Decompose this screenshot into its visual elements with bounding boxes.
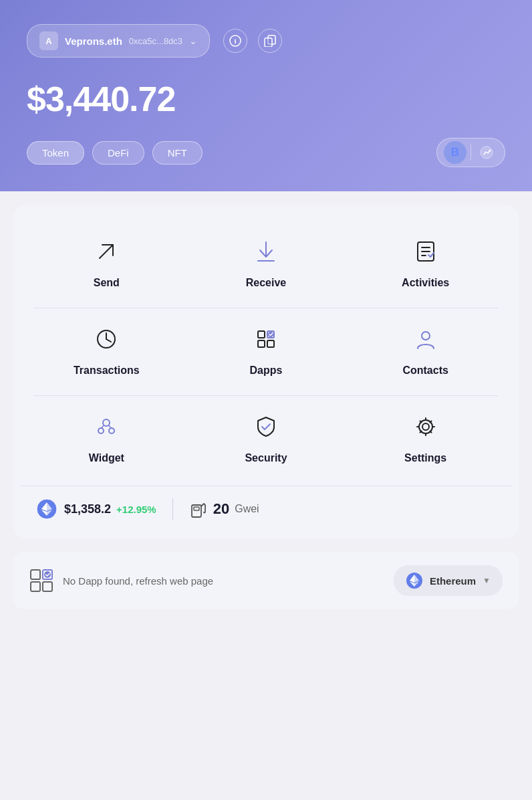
receive-label: Receive <box>246 277 287 289</box>
security-icon <box>249 409 283 444</box>
partner-chart-icon[interactable] <box>475 141 498 164</box>
address-pill[interactable]: A Veprons.eth 0xca5c...8dc3 ⌄ <box>27 24 210 58</box>
transactions-icon <box>89 322 124 357</box>
dapp-icon <box>29 569 53 593</box>
svg-rect-19 <box>267 340 274 347</box>
tab-nft[interactable]: NFT <box>152 141 203 165</box>
gas-pump-icon <box>189 500 208 518</box>
copy-icon <box>264 35 276 47</box>
gas-amount: 20 <box>213 500 229 518</box>
ticker-divider <box>172 498 173 520</box>
action-contacts[interactable]: Contacts <box>346 308 505 395</box>
action-receive[interactable]: Receive <box>186 221 346 308</box>
contacts-label: Contacts <box>402 365 448 377</box>
svg-rect-38 <box>31 582 40 591</box>
svg-line-6 <box>100 245 113 258</box>
svg-point-21 <box>422 332 430 340</box>
svg-point-23 <box>98 428 104 433</box>
svg-rect-39 <box>43 582 52 591</box>
security-label: Security <box>245 452 287 464</box>
address-bar: A Veprons.eth 0xca5c...8dc3 ⌄ i <box>27 24 505 58</box>
partner-icons: B <box>436 138 505 167</box>
send-label: Send <box>94 277 120 289</box>
info-icon: i <box>229 35 241 47</box>
partner-b-icon[interactable]: B <box>444 141 467 164</box>
action-dapps[interactable]: Dapps <box>186 308 346 395</box>
actions-grid-row2: Transactions Dapps <box>20 308 512 395</box>
gas-unit: Gwei <box>235 503 259 515</box>
tab-row: Token DeFi NFT B <box>27 138 505 167</box>
action-settings[interactable]: Settings <box>346 396 505 483</box>
dropdown-arrow-icon: ▼ <box>483 576 491 585</box>
dapp-message: No Dapp found, refresh web page <box>63 575 213 587</box>
dapps-bar-icon <box>29 569 53 593</box>
svg-point-28 <box>419 420 432 433</box>
settings-label: Settings <box>404 452 446 464</box>
svg-point-40 <box>44 571 51 578</box>
tab-defi[interactable]: DeFi <box>92 141 144 165</box>
dapp-bar: No Dapp found, refresh web page Ethereum… <box>13 552 519 609</box>
settings-icon <box>408 409 443 444</box>
eth-price: $1,358.2 <box>64 502 111 516</box>
transactions-label: Transactions <box>74 365 140 377</box>
activities-label: Activities <box>402 277 449 289</box>
svg-text:i: i <box>235 37 237 45</box>
info-button[interactable]: i <box>223 29 247 53</box>
actions-grid-row3: Widget Security Settings <box>20 396 512 483</box>
svg-point-27 <box>422 423 429 430</box>
ethereum-network-label: Ethereum <box>430 575 476 587</box>
avatar: A <box>39 31 58 50</box>
eth-logo <box>36 498 57 520</box>
main-card: Send Receive A <box>13 205 519 538</box>
svg-rect-35 <box>194 507 199 510</box>
svg-line-15 <box>106 339 111 342</box>
action-widget[interactable]: Widget <box>27 396 186 483</box>
svg-rect-3 <box>265 38 272 47</box>
eth-change: +12.95% <box>116 504 156 515</box>
svg-point-24 <box>109 428 114 433</box>
balance-display: $3,440.72 <box>27 79 505 119</box>
action-security[interactable]: Security <box>186 396 346 483</box>
tab-buttons: Token DeFi NFT <box>27 141 203 165</box>
header-actions: i <box>223 29 282 53</box>
gas-section: 20 Gwei <box>189 500 259 518</box>
contacts-icon <box>408 322 443 357</box>
action-activities[interactable]: Activities <box>346 221 505 308</box>
receive-icon <box>249 234 283 269</box>
dapp-left: No Dapp found, refresh web page <box>29 569 213 593</box>
activities-icon <box>408 234 443 269</box>
action-transactions[interactable]: Transactions <box>27 308 186 395</box>
widget-icon <box>89 409 124 444</box>
chevron-down-icon: ⌄ <box>189 35 197 46</box>
svg-line-26 <box>109 425 111 428</box>
widget-label: Widget <box>89 452 124 464</box>
svg-rect-16 <box>258 331 265 338</box>
dapps-icon <box>249 322 283 357</box>
ticker-row: $1,358.2 +12.95% 20 Gwei <box>20 486 512 532</box>
svg-rect-36 <box>31 570 40 579</box>
partner-divider <box>471 144 471 161</box>
wallet-name: Veprons.eth <box>65 35 122 47</box>
copy-button[interactable] <box>258 29 282 53</box>
ethereum-logo <box>406 572 423 589</box>
dapps-label: Dapps <box>250 365 283 377</box>
svg-rect-18 <box>258 340 265 347</box>
send-icon <box>89 234 124 269</box>
hero-section: A Veprons.eth 0xca5c...8dc3 ⌄ i $3,440.7… <box>0 0 532 191</box>
tab-token[interactable]: Token <box>27 141 84 165</box>
svg-line-25 <box>102 425 104 428</box>
svg-point-5 <box>489 150 491 152</box>
wallet-address: 0xca5c...8dc3 <box>129 36 182 46</box>
actions-grid: Send Receive A <box>20 221 512 308</box>
action-send[interactable]: Send <box>27 221 186 308</box>
eth-price-section: $1,358.2 +12.95% <box>36 498 156 520</box>
ethereum-selector[interactable]: Ethereum ▼ <box>394 565 503 596</box>
